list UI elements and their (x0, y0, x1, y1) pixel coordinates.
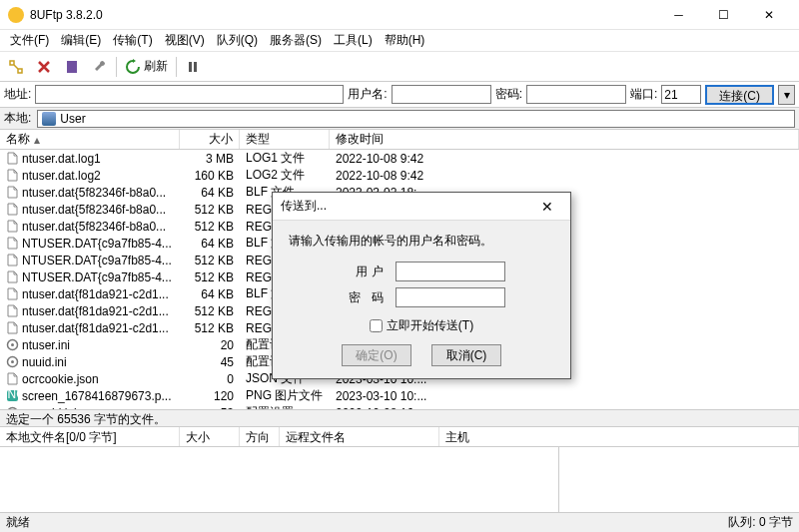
dialog-pass-label: 密 码 (338, 289, 388, 306)
file-name: nuuid.ini (22, 355, 67, 369)
connect-icon[interactable] (4, 55, 28, 79)
file-type: LOG1 文件 (240, 150, 330, 167)
col-time[interactable]: 修改时间 (330, 130, 799, 149)
refresh-label: 刷新 (144, 58, 168, 75)
file-name: ntuser.dat{f81da921-c2d1... (22, 304, 169, 318)
toolbar: 刷新 (0, 52, 799, 82)
qcol-size[interactable]: 大小 (180, 427, 240, 446)
menu-view[interactable]: 视图(V) (159, 30, 211, 51)
menu-help[interactable]: 帮助(H) (379, 30, 431, 51)
menu-queue[interactable]: 队列(Q) (211, 30, 264, 51)
pass-input[interactable] (526, 85, 626, 104)
book-icon[interactable] (60, 55, 84, 79)
close-button[interactable]: ✕ (746, 1, 791, 29)
col-size[interactable]: 大小 (180, 130, 240, 149)
dialog-message: 请输入传输用的帐号的用户名和密码。 (289, 233, 554, 250)
file-size: 160 KB (180, 169, 240, 183)
local-path-text: User (60, 112, 85, 126)
menu-server[interactable]: 服务器(S) (264, 30, 328, 51)
qcol-host[interactable]: 主机 (439, 427, 799, 446)
status-bar: 就绪 队列: 0 字节 (0, 512, 799, 532)
file-name: ntuser.dat{f81da921-c2d1... (22, 321, 169, 335)
file-name: ntuser.dat{5f82346f-b8a0... (22, 186, 166, 200)
connect-dropdown[interactable]: ▾ (778, 85, 795, 105)
file-size: 20 (180, 338, 240, 352)
file-name: ntuser.dat.log2 (22, 169, 101, 183)
file-name: screen_1678416879673.p... (22, 389, 171, 403)
status-ready: 就绪 (6, 514, 728, 531)
title-bar: 8UFtp 3.8.2.0 ─ ☐ ✕ (0, 0, 799, 30)
dialog-titlebar: 传送到... ✕ (273, 193, 570, 221)
file-size: 45 (180, 355, 240, 369)
dialog-close-button[interactable]: ✕ (532, 199, 562, 215)
menu-transfer[interactable]: 传输(T) (107, 30, 158, 51)
addr-input[interactable] (35, 85, 344, 104)
qcol-local[interactable]: 本地文件名[0/0 字节] (0, 427, 180, 446)
connection-bar: 地址: 用户名: 密码: 端口: 连接(C) ▾ (0, 82, 799, 108)
file-size: 512 KB (180, 254, 240, 267)
app-icon (8, 7, 24, 23)
wrench-icon[interactable] (88, 55, 112, 79)
svg-point-6 (11, 360, 14, 363)
refresh-button[interactable]: 刷新 (121, 58, 172, 75)
file-time: 2022-10-28 16:... (330, 406, 799, 410)
file-time: 2023-03-10 10:... (330, 389, 799, 403)
file-time: 2022-10-08 9:42 (330, 152, 799, 166)
disconnect-icon[interactable] (32, 55, 56, 79)
file-type: PNG 图片文件 (240, 387, 330, 404)
file-name: NTUSER.DAT{c9a7fb85-4... (22, 237, 172, 251)
svg-rect-2 (194, 62, 197, 72)
addr-label: 地址: (4, 86, 31, 103)
file-size: 64 KB (180, 186, 240, 200)
dialog-user-label: 用户 (338, 264, 388, 280)
status-queue: 队列: 0 字节 (728, 514, 793, 531)
file-size: 512 KB (180, 270, 240, 284)
local-path-field[interactable]: User (37, 110, 795, 128)
dialog-cancel-button[interactable]: 取消(C) (431, 344, 501, 366)
file-row[interactable]: ntuser.dat.log13 MBLOG1 文件2022-10-08 9:4… (0, 150, 799, 167)
file-row[interactable]: useruid.ini53配置设置2022-10-28 16:... (0, 404, 799, 409)
svg-point-9 (8, 408, 18, 410)
file-name: ntuser.dat{5f82346f-b8a0... (22, 220, 166, 234)
file-list-header: 名称 ▴ 大小 类型 修改时间 (0, 130, 799, 150)
file-size: 64 KB (180, 287, 240, 301)
sort-asc-icon: ▴ (34, 133, 40, 147)
qcol-dir[interactable]: 方向 (240, 427, 280, 446)
dialog-start-checkbox[interactable] (370, 319, 383, 332)
file-size: 512 KB (180, 304, 240, 318)
user-input[interactable] (392, 85, 491, 104)
user-label: 用户名: (348, 86, 387, 103)
menu-edit[interactable]: 编辑(E) (55, 30, 107, 51)
file-name: ntuser.dat.log1 (22, 152, 101, 166)
file-size: 512 KB (180, 321, 240, 335)
dialog-user-input[interactable] (396, 262, 505, 281)
minimize-button[interactable]: ─ (656, 1, 701, 29)
local-path-bar: 本地: User (0, 108, 799, 130)
file-name: useruid.ini (22, 406, 77, 410)
col-name[interactable]: 名称 ▴ (0, 130, 180, 149)
port-input[interactable] (661, 85, 701, 104)
svg-point-4 (11, 343, 14, 346)
file-size: 64 KB (180, 237, 240, 251)
dialog-ok-button[interactable]: 确定(O) (342, 344, 411, 366)
connect-button[interactable]: 连接(C) (705, 85, 774, 105)
maximize-button[interactable]: ☐ (701, 1, 746, 29)
file-size: 512 KB (180, 203, 240, 217)
file-time: 2022-10-08 9:42 (330, 169, 799, 183)
svg-text:PNG: PNG (6, 389, 19, 401)
dialog-pass-input[interactable] (396, 287, 505, 307)
menu-file[interactable]: 文件(F) (4, 30, 55, 51)
file-size: 53 (180, 406, 240, 410)
file-name: ntuser.dat{f81da921-c2d1... (22, 287, 169, 301)
menu-bar: 文件(F) 编辑(E) 传输(T) 视图(V) 队列(Q) 服务器(S) 工具(… (0, 30, 799, 52)
pause-icon[interactable] (181, 55, 205, 79)
qcol-remote[interactable]: 远程文件名 (280, 427, 439, 446)
file-type: 配置设置 (240, 404, 330, 409)
file-row[interactable]: PNGscreen_1678416879673.p...120PNG 图片文件2… (0, 387, 799, 404)
file-name: ntuser.ini (22, 338, 70, 352)
file-size: 0 (180, 372, 240, 386)
local-label: 本地: (4, 110, 31, 127)
file-row[interactable]: ntuser.dat.log2160 KBLOG2 文件2022-10-08 9… (0, 167, 799, 184)
col-type[interactable]: 类型 (240, 130, 330, 149)
menu-tools[interactable]: 工具(L) (328, 30, 379, 51)
